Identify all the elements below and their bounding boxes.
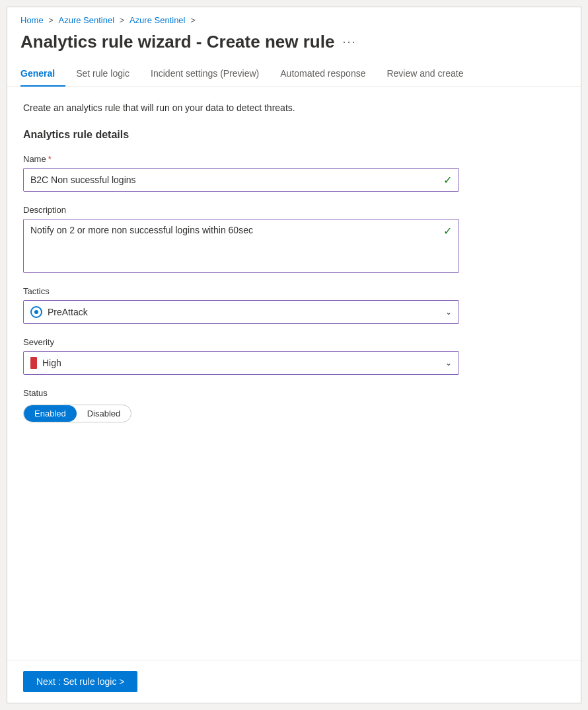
breadcrumb-sentinel2[interactable]: Azure Sentinel <box>129 15 186 25</box>
severity-chevron-icon: ⌄ <box>445 358 452 368</box>
status-label: Status <box>23 388 565 398</box>
name-input[interactable] <box>30 175 443 185</box>
tactics-value: PreAttack <box>48 307 88 317</box>
tactics-icon <box>30 306 42 318</box>
severity-field-group: Severity High ⌄ <box>23 337 565 375</box>
page-description: Create an analytics rule that will run o… <box>23 102 565 113</box>
section-title: Analytics rule details <box>23 129 565 141</box>
description-textarea-wrapper: Notify on 2 or more non successful login… <box>23 219 459 273</box>
name-check-icon: ✓ <box>443 174 452 186</box>
tab-automated-response[interactable]: Automated response <box>270 61 376 87</box>
page-title-ellipsis[interactable]: ··· <box>342 35 356 49</box>
tab-review-and-create[interactable]: Review and create <box>376 61 474 87</box>
name-input-wrapper: ✓ <box>23 168 459 192</box>
breadcrumb-sentinel1[interactable]: Azure Sentinel <box>59 15 115 25</box>
tactics-label: Tactics <box>23 286 565 296</box>
name-label: Name * <box>23 154 565 164</box>
severity-icon <box>30 357 37 369</box>
description-label: Description <box>23 205 565 215</box>
tab-set-rule-logic[interactable]: Set rule logic <box>65 61 140 87</box>
tactics-chevron-icon: ⌄ <box>445 307 452 317</box>
description-field-group: Description Notify on 2 or more non succ… <box>23 205 565 273</box>
severity-value: High <box>42 358 61 368</box>
content-area: Create an analytics rule that will run o… <box>7 87 581 660</box>
description-textarea[interactable]: Notify on 2 or more non successful login… <box>30 225 443 267</box>
main-window: Home > Azure Sentinel > Azure Sentinel >… <box>7 7 581 703</box>
description-check-icon: ✓ <box>443 225 452 237</box>
status-field-group: Status Enabled Disabled <box>23 388 565 422</box>
tactics-select[interactable]: PreAttack ⌄ <box>23 300 459 324</box>
breadcrumb: Home > Azure Sentinel > Azure Sentinel > <box>7 7 581 29</box>
tab-incident-settings[interactable]: Incident settings (Preview) <box>140 61 270 87</box>
page-title: Analytics rule wizard - Create new rule <box>20 32 334 52</box>
page-title-area: Analytics rule wizard - Create new rule … <box>7 29 581 61</box>
tactics-field-group: Tactics PreAttack ⌄ <box>23 286 565 324</box>
severity-select[interactable]: High ⌄ <box>23 351 459 375</box>
footer: Next : Set rule logic > <box>7 660 581 703</box>
status-enabled-button[interactable]: Enabled <box>24 405 77 422</box>
breadcrumb-home[interactable]: Home <box>20 15 44 25</box>
tab-general[interactable]: General <box>20 61 65 87</box>
name-field-group: Name * ✓ <box>23 154 565 192</box>
next-button[interactable]: Next : Set rule logic > <box>23 671 137 692</box>
required-indicator: * <box>48 154 52 164</box>
status-disabled-button[interactable]: Disabled <box>77 405 131 422</box>
severity-label: Severity <box>23 337 565 347</box>
status-toggle-group: Enabled Disabled <box>23 405 131 422</box>
tab-bar: General Set rule logic Incident settings… <box>7 61 581 87</box>
